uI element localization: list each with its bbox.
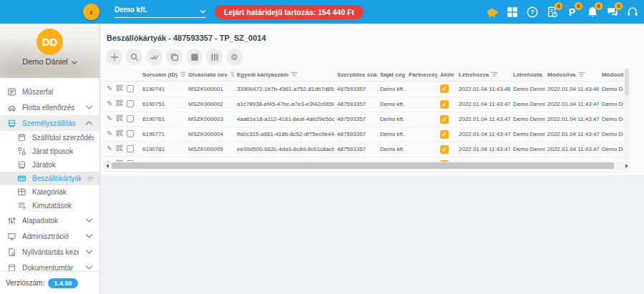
grid-view-button[interactable] bbox=[186, 49, 203, 65]
document-gear-icon bbox=[7, 248, 16, 257]
qr-code-icon[interactable] bbox=[116, 99, 123, 108]
horizontal-scrollbar[interactable] bbox=[104, 162, 630, 170]
notifications-icon[interactable]: 0 bbox=[585, 5, 599, 19]
column-header-modified_at[interactable]: Módosítva bbox=[545, 68, 599, 82]
qr-code-icon[interactable] bbox=[116, 114, 123, 123]
qr-code-icon[interactable] bbox=[116, 129, 123, 138]
duplicate-button[interactable] bbox=[166, 49, 182, 65]
chevron-up-icon bbox=[84, 121, 94, 125]
scroll-left-arrow[interactable] bbox=[104, 162, 110, 170]
column-header-created_at[interactable]: Létrehozva bbox=[456, 68, 510, 82]
column-header-own_company[interactable]: Saját cég bbox=[377, 68, 406, 82]
user-menu[interactable]: Demo Dániel bbox=[0, 57, 99, 66]
sidebar-item-beszallokartyak[interactable]: Beszállókártyák ☆ bbox=[0, 172, 99, 185]
qr-code-icon[interactable] bbox=[116, 84, 123, 93]
route-types-icon bbox=[17, 147, 26, 156]
horizontal-scrollbar-thumb[interactable] bbox=[112, 162, 614, 169]
vertical-scrollbar[interactable] bbox=[624, 68, 630, 167]
sidebar-item-flotta-ellenorzes[interactable]: Flotta ellenőrzés bbox=[0, 99, 99, 115]
bus-icon bbox=[7, 119, 16, 128]
edit-icon[interactable]: ✎ bbox=[107, 115, 112, 122]
favorite-star-icon[interactable]: ☆ bbox=[87, 175, 94, 182]
table-row[interactable]: ✎6190751MSZK000002a1c78938-ef45-47bc-a7e… bbox=[104, 97, 623, 112]
column-header-created_by[interactable]: Létrehozta bbox=[510, 68, 545, 82]
cell-modified_at: 2022.01.04 11:43:46 bbox=[545, 82, 599, 97]
cell-active: ✓ bbox=[437, 82, 456, 97]
cell-created_at: 2022.01.04 11:43:46 bbox=[456, 82, 510, 97]
active-checkbox[interactable]: ✓ bbox=[440, 145, 449, 154]
column-view-button[interactable] bbox=[206, 49, 223, 65]
sort-filter-icon[interactable] bbox=[291, 72, 298, 77]
cell-created_by: Demo Dennis bbox=[510, 82, 545, 97]
cell-partner_company bbox=[406, 127, 437, 142]
cell-card_number: a1c78938-ef45-47bc-a7e3-e3f42c0650c1 bbox=[234, 97, 334, 112]
parking-icon[interactable]: P 0 bbox=[565, 5, 579, 19]
table-row[interactable]: ✎6190761MSZK0000034aa61e18-a112-4161-8ea… bbox=[104, 112, 623, 127]
help-icon[interactable]: ? bbox=[525, 5, 539, 19]
row-checkbox[interactable] bbox=[127, 145, 134, 152]
row-checkbox[interactable] bbox=[127, 100, 134, 107]
table-row[interactable]: ✎6190771MSZK000004ffa0c315-a661-418b-8c5… bbox=[104, 127, 623, 142]
edit-icon[interactable]: ✎ bbox=[107, 100, 112, 107]
edit-icon[interactable]: ✎ bbox=[107, 145, 112, 152]
sidebar-item-muszerfal[interactable]: Műszerfal bbox=[0, 84, 99, 99]
column-header-name[interactable]: Olvasható név bbox=[185, 68, 234, 82]
edit-icon[interactable]: ✎ bbox=[107, 85, 112, 92]
apps-grid-icon[interactable] bbox=[505, 5, 519, 19]
overdue-debt-alert[interactable]: Lejárt határidejű tartozás: 154 440 Ft bbox=[215, 5, 364, 19]
cell-contract_number: 487593357 bbox=[334, 82, 377, 97]
messages-icon[interactable]: 0 bbox=[605, 5, 619, 19]
sort-filter-icon[interactable] bbox=[180, 72, 185, 77]
sidebar-item-szallitasi-szerzodesek[interactable]: Szállítási szerződések bbox=[0, 131, 99, 144]
sort-filter-icon[interactable] bbox=[578, 72, 585, 77]
sidebar-item-alapadatok[interactable]: Alapadatok bbox=[0, 212, 99, 228]
sidebar-item-label: Kimutatások bbox=[32, 202, 94, 210]
column-header-contract_number[interactable]: Szerződés szám bbox=[334, 68, 377, 82]
horizontal-scrollbar-track[interactable] bbox=[110, 162, 624, 170]
avatar[interactable]: DD bbox=[36, 29, 63, 55]
active-checkbox[interactable]: ✓ bbox=[440, 130, 449, 139]
pending-tasks-icon[interactable]: 0 bbox=[545, 5, 559, 19]
settings-button[interactable]: ⚙ bbox=[226, 49, 243, 65]
sort-filter-icon[interactable] bbox=[491, 72, 498, 77]
sidebar-item-jaratok[interactable]: Járatok bbox=[0, 158, 99, 172]
back-button[interactable]: ‹ bbox=[83, 4, 99, 20]
company-select[interactable]: Demo kft. bbox=[114, 6, 206, 18]
add-button[interactable] bbox=[106, 49, 122, 65]
search-button[interactable] bbox=[126, 49, 142, 65]
column-header-card_number[interactable]: Egyedi kártyaszám bbox=[234, 68, 334, 82]
cell-contract_number: 487593357 bbox=[334, 127, 377, 142]
scroll-right-arrow[interactable] bbox=[624, 162, 630, 170]
sidebar: DD Demo Dániel Műszerfal Flotta ellenőrz… bbox=[0, 24, 100, 294]
sidebar-item-kategoriak[interactable]: Kategóriák bbox=[0, 185, 99, 199]
column-header-id[interactable]: Sorszám (ID) bbox=[140, 68, 185, 82]
support-icon[interactable] bbox=[625, 5, 639, 19]
sidebar-item-kimutatasok[interactable]: Kimutatások bbox=[0, 199, 99, 212]
sidebar-item-nyilvantartas-kezeles[interactable]: Nyilvántartás kezelés bbox=[0, 244, 99, 260]
sort-filter-icon[interactable] bbox=[230, 72, 234, 77]
multi-select-button[interactable] bbox=[146, 49, 162, 65]
table-row[interactable]: ✎6190741MSZK00000133906472-1b7b-4561-a75… bbox=[104, 82, 623, 97]
cell-name: MSZK000004 bbox=[185, 127, 234, 142]
sidebar-item-adminisztracio[interactable]: Adminisztráció bbox=[0, 228, 99, 244]
column-header-active[interactable]: Aktív bbox=[437, 68, 456, 82]
vertical-scrollbar-thumb[interactable] bbox=[625, 69, 629, 96]
row-checkbox[interactable] bbox=[127, 130, 134, 137]
row-checkbox[interactable] bbox=[127, 115, 134, 122]
sidebar-item-label: Flotta ellenőrzés bbox=[22, 104, 79, 112]
active-checkbox[interactable]: ✓ bbox=[440, 100, 449, 109]
active-checkbox[interactable]: ✓ bbox=[440, 84, 449, 93]
column-header-modified_by[interactable]: Módosította bbox=[599, 68, 623, 82]
piggy-bank-icon[interactable] bbox=[485, 5, 499, 19]
sidebar-item-jarat-tipusok[interactable]: Járat típusok bbox=[0, 144, 99, 158]
boarding-card-icon bbox=[17, 174, 26, 183]
row-checkbox[interactable] bbox=[127, 85, 134, 92]
content-card: Beszállókártyák - 487593357 - TP_SZ_0014 bbox=[101, 24, 644, 175]
column-header-partner_company[interactable]: Partnercég bbox=[406, 68, 437, 82]
cell-modified_by: Demo Dennis bbox=[599, 112, 623, 127]
edit-icon[interactable]: ✎ bbox=[107, 130, 112, 137]
table-row[interactable]: ✎6190781MSZK000005ee00d500-662c-4da3-8c8… bbox=[104, 142, 623, 157]
sidebar-item-szemelyszallitas[interactable]: Személyszállítás bbox=[0, 115, 99, 131]
active-checkbox[interactable]: ✓ bbox=[440, 115, 449, 124]
qr-code-icon[interactable] bbox=[116, 144, 123, 153]
